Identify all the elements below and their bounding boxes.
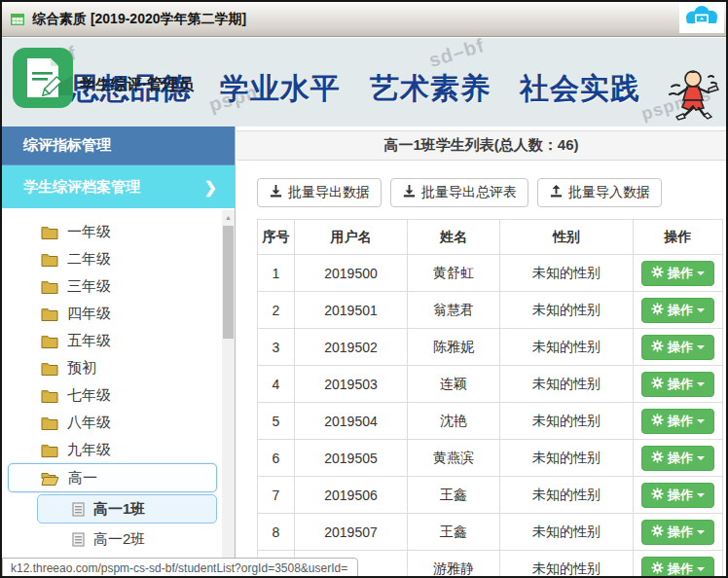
- sidebar-item-indicator-management[interactable]: 综评指标管理: [2, 126, 235, 165]
- scroll-up-icon[interactable]: ▲: [222, 210, 235, 224]
- gear-icon: [651, 451, 664, 466]
- cell-actions: 操作: [634, 292, 723, 329]
- cell-no: 6: [258, 440, 295, 477]
- batch-button[interactable]: 批量导入数据: [537, 178, 662, 207]
- tree-folder-item[interactable]: 一年级: [2, 218, 221, 245]
- import-icon: [549, 184, 564, 201]
- tree-class-item[interactable]: 高一1班: [37, 494, 217, 524]
- document-icon: [72, 532, 85, 547]
- cell-name: 游雅静: [408, 551, 500, 578]
- cloud-upload-icon[interactable]: [679, 2, 724, 33]
- cell-name: 黄舒虹: [408, 255, 500, 292]
- batch-button[interactable]: 批量导出数据: [257, 178, 382, 207]
- tree-item-label: 八年级: [67, 414, 111, 432]
- nav-item[interactable]: 学业水平: [220, 69, 341, 109]
- export-icon: [402, 184, 417, 201]
- tree-folder-item[interactable]: 高一: [8, 463, 217, 492]
- cell-username: 2019506: [295, 477, 408, 514]
- cell-gender: 未知的性别: [500, 551, 634, 578]
- row-action-button[interactable]: 操作: [641, 298, 714, 323]
- cell-username: 2019500: [295, 255, 408, 292]
- caret-down-icon: [697, 567, 705, 571]
- tree-folder-item[interactable]: 二年级: [2, 245, 221, 272]
- row-action-button[interactable]: 操作: [641, 335, 714, 360]
- action-button-label: 操作: [668, 413, 693, 430]
- row-action-button[interactable]: 操作: [641, 409, 714, 434]
- cell-no: 5: [258, 403, 295, 440]
- action-button-label: 操作: [668, 265, 693, 282]
- button-label: 批量导入数据: [568, 184, 650, 201]
- gear-icon: [651, 377, 664, 392]
- sidebar-item-student-archive-management[interactable]: 学生综评档案管理 ❯: [2, 165, 235, 208]
- cell-gender: 未知的性别: [500, 403, 634, 440]
- scrollbar-thumb[interactable]: [223, 226, 234, 339]
- table-header-row: 序号用户名姓名性别操作: [258, 220, 723, 255]
- gear-icon: [651, 266, 664, 281]
- tree-item-label: 九年级: [67, 441, 111, 459]
- folder-icon: [41, 415, 58, 430]
- cell-gender: 未知的性别: [500, 477, 634, 514]
- action-button-label: 操作: [668, 376, 693, 393]
- cell-no: 2: [258, 292, 295, 329]
- row-action-button[interactable]: 操作: [641, 372, 714, 397]
- batch-button[interactable]: 批量导出总评表: [390, 178, 528, 207]
- row-action-button[interactable]: 操作: [641, 483, 714, 508]
- row-action-button[interactable]: 操作: [641, 520, 714, 545]
- cell-actions: 操作: [634, 477, 723, 514]
- tree-folder-item[interactable]: 四年级: [2, 300, 221, 327]
- cell-gender: 未知的性别: [500, 255, 634, 292]
- user-role-label: 学生综评·管理员: [80, 75, 194, 95]
- cell-name: 沈艳: [408, 403, 500, 440]
- cell-actions: 操作: [634, 551, 723, 578]
- watermark-text: sd–bf: [426, 38, 488, 72]
- row-action-button[interactable]: 操作: [641, 557, 714, 578]
- cell-username: 2019502: [295, 329, 408, 366]
- tree-class-item[interactable]: 高一2班: [2, 525, 221, 553]
- sidebar-item-label: 学生综评档案管理: [23, 178, 140, 197]
- gear-icon: [651, 524, 664, 540]
- column-header: 用户名: [295, 220, 408, 255]
- tree-folder-item[interactable]: 八年级: [2, 409, 221, 436]
- folder-icon: [41, 443, 58, 457]
- action-button-label: 操作: [668, 339, 693, 356]
- caret-down-icon: [697, 271, 705, 275]
- row-action-button[interactable]: 操作: [641, 261, 714, 286]
- button-label: 批量导出数据: [288, 184, 370, 201]
- cell-name: 王鑫: [408, 514, 500, 551]
- tree-item-label: 七年级: [67, 386, 111, 405]
- action-button-label: 操作: [668, 524, 693, 541]
- nav-item[interactable]: 艺术素养: [370, 69, 491, 109]
- table-row: 22019501翁慧君未知的性别操作: [258, 292, 723, 329]
- nav-item[interactable]: 社会实践: [520, 69, 640, 109]
- table-row: 52019504沈艳未知的性别操作: [258, 403, 723, 440]
- cell-actions: 操作: [634, 366, 723, 403]
- tree-folder-item[interactable]: 三年级: [2, 272, 221, 300]
- row-action-button[interactable]: 操作: [641, 446, 714, 471]
- app-logo-document-edit-icon: [12, 47, 74, 109]
- cell-username: 2019505: [295, 440, 408, 477]
- caret-down-icon: [697, 530, 705, 534]
- export-icon: [269, 184, 283, 201]
- table-row: 62019505黄燕滨未知的性别操作: [258, 440, 723, 477]
- cell-name: 黄燕滨: [408, 440, 500, 477]
- column-header: 性别: [500, 220, 634, 255]
- document-icon: [72, 502, 85, 517]
- grade-tree: 一年级二年级三年级四年级五年级预初七年级八年级九年级高一高一1班高一2班高一3班: [2, 210, 221, 576]
- folder-icon: [41, 252, 58, 267]
- student-table: 序号用户名姓名性别操作 12019500黄舒虹未知的性别操作22019501翁慧…: [257, 219, 723, 578]
- cell-name: 王鑫: [408, 477, 500, 514]
- column-header: 操作: [634, 220, 723, 255]
- tree-folder-item[interactable]: 预初: [2, 354, 221, 381]
- main-panel: 高一1班学生列表(总人数：46) 批量导出数据批量导出总评表批量导入数据 序号用…: [237, 126, 726, 576]
- app-icon: [10, 12, 25, 27]
- folder-icon: [41, 334, 58, 348]
- tree-folder-item[interactable]: 五年级: [2, 327, 221, 354]
- tree-folder-item[interactable]: 九年级: [2, 436, 221, 463]
- app-window: 综合素质 [2019-2020学年第二学期] psppspm–bfpspmsd–…: [0, 0, 728, 578]
- sidebar-item-label: 综评指标管理: [23, 136, 111, 155]
- sidebar-scrollbar[interactable]: ▲: [222, 210, 235, 576]
- cell-username: 2019504: [295, 403, 408, 440]
- gear-icon: [651, 303, 664, 318]
- gear-icon: [651, 488, 664, 503]
- tree-folder-item[interactable]: 七年级: [2, 381, 221, 409]
